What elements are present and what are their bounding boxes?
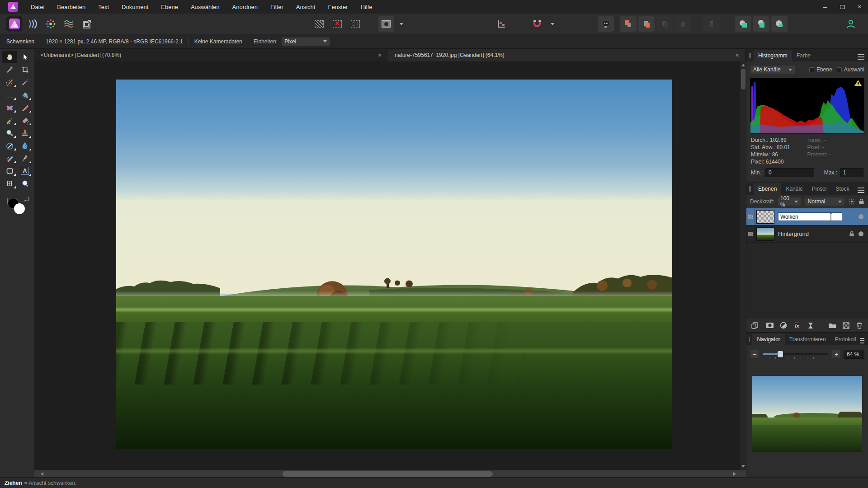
group-layers-icon[interactable] bbox=[827, 322, 837, 329]
select-all-button[interactable] bbox=[311, 16, 327, 32]
swap-colors-icon[interactable]: ⤾ bbox=[24, 196, 29, 203]
panel-menu-icon[interactable] bbox=[858, 190, 864, 191]
account-button[interactable] bbox=[843, 16, 859, 32]
blend-mode-select[interactable]: Normal bbox=[805, 197, 845, 206]
pixel-brush-tool[interactable] bbox=[2, 114, 17, 127]
horizontal-scrollbar[interactable] bbox=[34, 470, 746, 477]
zoom-slider[interactable] bbox=[763, 350, 828, 359]
flood-fill-tool[interactable] bbox=[17, 89, 33, 101]
menu-fenster[interactable]: Fenster bbox=[321, 4, 354, 10]
tab-transformieren[interactable]: Transformieren bbox=[785, 333, 830, 345]
selection-brush-tool[interactable] bbox=[2, 76, 17, 89]
marquee-select-tool[interactable] bbox=[2, 89, 17, 101]
live-filter-icon[interactable] bbox=[806, 322, 816, 329]
delete-layer-trash-icon[interactable] bbox=[854, 322, 864, 329]
text-tool[interactable]: A bbox=[17, 164, 33, 177]
healing-brush-tool[interactable] bbox=[2, 101, 17, 114]
photo-persona-button[interactable] bbox=[6, 16, 23, 32]
lock-icon[interactable] bbox=[859, 198, 864, 205]
layer-thumbnail-wolken[interactable] bbox=[756, 210, 774, 224]
document-canvas[interactable] bbox=[116, 80, 672, 449]
menu-auswaehlen[interactable]: Auswählen bbox=[184, 4, 226, 10]
invert-selection-button[interactable] bbox=[347, 16, 363, 32]
tab-ebenen[interactable]: Ebenen bbox=[754, 183, 781, 195]
vertical-scrollbar[interactable] bbox=[740, 61, 746, 470]
new-pixel-layer-icon[interactable] bbox=[841, 322, 851, 329]
tab-nature-jpg[interactable]: nature-7595617_1920.jpg [Geändert] (64.1… bbox=[388, 49, 746, 61]
move-to-front-button[interactable] bbox=[620, 16, 637, 32]
menu-filter[interactable]: Filter bbox=[264, 4, 290, 10]
mesh-warp-tool[interactable] bbox=[2, 177, 17, 190]
adjustment-layer-icon[interactable] bbox=[778, 322, 788, 329]
min-input[interactable]: 0 bbox=[765, 168, 814, 177]
menu-anordnen[interactable]: Anordnen bbox=[226, 4, 264, 10]
duplicate-layer-icon[interactable] bbox=[750, 321, 760, 329]
ebene-checkbox[interactable] bbox=[809, 67, 814, 72]
boolean-subtract-button[interactable] bbox=[753, 16, 769, 32]
move-tool[interactable] bbox=[17, 51, 33, 63]
tab-nature-close-icon[interactable]: × bbox=[734, 52, 741, 59]
layer-lock-icon[interactable] bbox=[849, 231, 854, 237]
menu-ebene[interactable]: Ebene bbox=[155, 4, 184, 10]
menu-hilfe[interactable]: Hilfe bbox=[354, 4, 379, 10]
zoom-value-input[interactable]: 64 % bbox=[844, 350, 864, 359]
units-select[interactable]: Pixel bbox=[281, 37, 330, 46]
tab-pinsel[interactable]: Pinsel bbox=[807, 183, 831, 195]
liquify-persona-button[interactable] bbox=[24, 16, 41, 32]
layer-row-wolken[interactable] bbox=[746, 208, 868, 225]
menu-datei[interactable]: Datei bbox=[24, 4, 51, 10]
layer-effects-fx-icon[interactable]: fx bbox=[792, 323, 802, 328]
boolean-add-button[interactable] bbox=[735, 16, 751, 32]
panel-grip[interactable] bbox=[749, 186, 752, 192]
tab-histogramm[interactable]: Histogramm bbox=[754, 50, 792, 61]
horizontal-scroll-thumb[interactable] bbox=[283, 471, 493, 477]
flood-select-wand-tool[interactable] bbox=[17, 76, 33, 89]
layer-row-hintergrund[interactable]: Hintergrund bbox=[746, 225, 868, 243]
menu-text[interactable]: Text bbox=[92, 4, 115, 10]
blur-tool[interactable] bbox=[17, 139, 33, 152]
rectangle-shape-tool[interactable] bbox=[2, 164, 17, 177]
canvas-area[interactable] bbox=[34, 61, 746, 470]
move-backward-button[interactable] bbox=[656, 16, 673, 32]
scroll-left-icon[interactable] bbox=[41, 472, 43, 476]
panel-menu-icon[interactable] bbox=[858, 56, 864, 57]
panel-grip[interactable] bbox=[749, 337, 750, 342]
menu-ansicht[interactable]: Ansicht bbox=[290, 4, 322, 10]
view-hand-tool[interactable] bbox=[2, 51, 17, 63]
close-button[interactable]: × bbox=[851, 0, 868, 14]
menu-dokument[interactable]: Dokument bbox=[115, 4, 155, 10]
tab-navigator[interactable]: Navigator bbox=[752, 333, 784, 345]
tab-stock[interactable]: Stock bbox=[831, 183, 854, 195]
auswahl-checkbox[interactable] bbox=[837, 67, 842, 72]
zoom-slider-thumb[interactable] bbox=[778, 351, 783, 357]
pen-tool[interactable] bbox=[17, 152, 33, 164]
layer-visibility-dot[interactable] bbox=[859, 231, 863, 236]
boolean-intersect-button[interactable] bbox=[771, 16, 788, 32]
view-loupe-tool[interactable] bbox=[17, 177, 33, 190]
tab-kanaele[interactable]: Kanäle bbox=[781, 183, 807, 195]
export-persona-button[interactable] bbox=[79, 16, 95, 32]
deselect-button[interactable]: × bbox=[329, 16, 345, 32]
panel-menu-icon[interactable] bbox=[860, 340, 864, 341]
tab-protokoll[interactable]: Protokoll bbox=[830, 333, 861, 345]
menu-bearbeiten[interactable]: Bearbeiten bbox=[51, 4, 92, 10]
layer-visibility-dot[interactable] bbox=[859, 214, 863, 219]
assistant-button[interactable] bbox=[598, 16, 614, 32]
blend-options-gear-icon[interactable] bbox=[849, 198, 855, 205]
scroll-down-icon[interactable] bbox=[741, 465, 745, 468]
vertical-scroll-thumb[interactable] bbox=[741, 69, 745, 89]
snapping-dropdown[interactable] bbox=[547, 16, 556, 32]
move-to-back-button[interactable] bbox=[675, 16, 691, 32]
move-forward-button[interactable] bbox=[638, 16, 655, 32]
alignment-button[interactable] bbox=[703, 16, 720, 32]
force-pixel-alignment-button[interactable] bbox=[529, 16, 545, 32]
dodge-burn-tool[interactable] bbox=[2, 152, 17, 164]
navigator-preview[interactable] bbox=[752, 376, 862, 452]
tab-unbenannt[interactable]: <Unbenannt> [Geändert] (70.8%) × bbox=[34, 49, 388, 61]
minimize-button[interactable]: – bbox=[816, 0, 834, 14]
maximize-button[interactable] bbox=[834, 0, 851, 14]
crop-tool[interactable] bbox=[17, 63, 33, 76]
paint-brush-tool[interactable] bbox=[17, 101, 33, 114]
scroll-up-icon[interactable] bbox=[741, 64, 745, 66]
zoom-out-button[interactable]: − bbox=[750, 350, 759, 359]
